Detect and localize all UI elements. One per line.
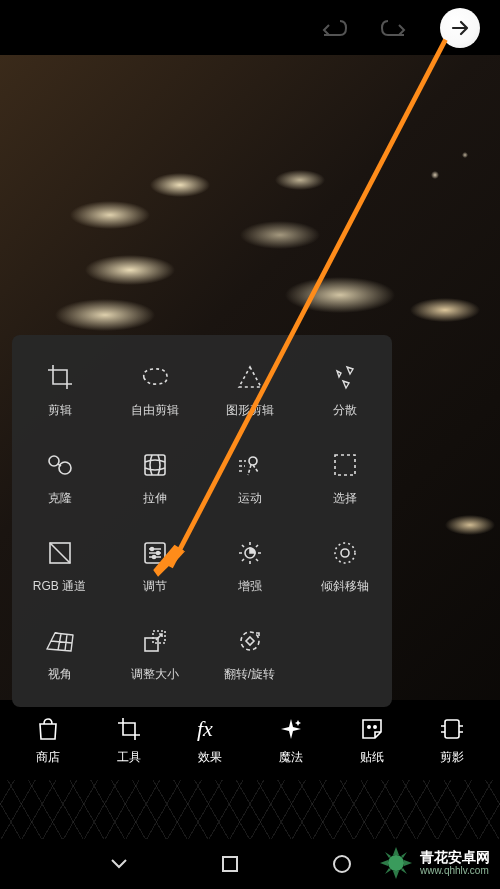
forward-button[interactable] bbox=[440, 8, 480, 48]
bottom-label: 商店 bbox=[36, 749, 60, 766]
perspective-icon bbox=[43, 624, 77, 658]
tool-label: 选择 bbox=[333, 490, 357, 507]
tool-free-crop[interactable]: 自由剪辑 bbox=[107, 345, 202, 433]
svg-text:fx: fx bbox=[197, 716, 213, 741]
tool-label: 调节 bbox=[143, 578, 167, 595]
tool-label: 倾斜移轴 bbox=[321, 578, 369, 595]
redo-button[interactable] bbox=[378, 11, 412, 45]
svg-rect-4 bbox=[335, 455, 355, 475]
scatter-icon bbox=[328, 360, 362, 394]
nav-home[interactable] bbox=[217, 851, 243, 877]
shape-crop-icon bbox=[233, 360, 267, 394]
tool-label: 克隆 bbox=[48, 490, 72, 507]
svg-rect-22 bbox=[445, 720, 459, 738]
tool-rgb[interactable]: RGB 通道 bbox=[12, 521, 107, 609]
svg-point-3 bbox=[249, 457, 257, 465]
bottom-tool[interactable]: 工具 bbox=[89, 714, 170, 766]
svg-rect-23 bbox=[223, 857, 237, 871]
tool-panel: 剪辑 自由剪辑 图形剪辑 分散 克 bbox=[12, 335, 392, 707]
circle-icon bbox=[332, 854, 352, 874]
clone-icon bbox=[43, 448, 77, 482]
svg-point-11 bbox=[341, 549, 349, 557]
nav-back[interactable] bbox=[106, 851, 132, 877]
tool-clone[interactable]: 克隆 bbox=[12, 433, 107, 521]
texture-strip bbox=[0, 780, 500, 840]
shop-icon bbox=[33, 714, 63, 744]
flip-rotate-icon bbox=[233, 624, 267, 658]
motion-icon bbox=[233, 448, 267, 482]
tool-label: 视角 bbox=[48, 666, 72, 683]
bottom-shop[interactable]: 商店 bbox=[8, 714, 89, 766]
tool-resize[interactable]: 调整大小 bbox=[107, 609, 202, 697]
resize-icon bbox=[138, 624, 172, 658]
square-icon bbox=[221, 855, 239, 873]
tool-scatter[interactable]: 分散 bbox=[297, 345, 392, 433]
tool-label: 增强 bbox=[238, 578, 262, 595]
undo-button[interactable] bbox=[316, 11, 350, 45]
tool-label: 自由剪辑 bbox=[131, 402, 179, 419]
tool-flip-rotate[interactable]: 翻转/旋转 bbox=[202, 609, 297, 697]
rgb-icon bbox=[43, 536, 77, 570]
silhouette-icon bbox=[437, 714, 467, 744]
tool-label: 分散 bbox=[333, 402, 357, 419]
svg-point-21 bbox=[373, 726, 375, 728]
fx-icon: fx bbox=[195, 714, 225, 744]
bottom-label: 贴纸 bbox=[360, 749, 384, 766]
bottom-fx[interactable]: fx 效果 bbox=[170, 714, 251, 766]
tool-tilt-shift[interactable]: 倾斜移轴 bbox=[297, 521, 392, 609]
undo-icon bbox=[318, 17, 348, 39]
tool-select[interactable]: 选择 bbox=[297, 433, 392, 521]
arrow-right-icon bbox=[450, 18, 470, 38]
tool-label: 翻转/旋转 bbox=[224, 666, 275, 683]
svg-point-7 bbox=[150, 547, 153, 550]
bottom-silhouette[interactable]: 剪影 bbox=[412, 714, 492, 766]
svg-point-25 bbox=[388, 855, 404, 871]
bottom-label: 工具 bbox=[117, 749, 141, 766]
bottom-sticker[interactable]: 贴纸 bbox=[331, 714, 412, 766]
bottom-bar: 商店 工具 fx 效果 魔法 贴纸 剪影 bbox=[0, 700, 500, 780]
svg-rect-2 bbox=[145, 455, 165, 475]
tool-perspective[interactable]: 视角 bbox=[12, 609, 107, 697]
adjust-icon bbox=[138, 536, 172, 570]
watermark-logo-icon bbox=[378, 845, 414, 881]
magic-icon bbox=[276, 714, 306, 744]
bottom-label: 剪影 bbox=[440, 749, 464, 766]
chevron-down-icon bbox=[109, 857, 129, 871]
svg-point-8 bbox=[156, 551, 159, 554]
svg-point-0 bbox=[49, 456, 59, 466]
enhance-icon bbox=[233, 536, 267, 570]
tool-label: 调整大小 bbox=[131, 666, 179, 683]
svg-point-24 bbox=[334, 856, 350, 872]
lasso-icon bbox=[138, 360, 172, 394]
tool-shape-crop[interactable]: 图形剪辑 bbox=[202, 345, 297, 433]
nav-recent[interactable] bbox=[329, 851, 355, 877]
tool-icon bbox=[114, 714, 144, 744]
tool-crop[interactable]: 剪辑 bbox=[12, 345, 107, 433]
bottom-magic[interactable]: 魔法 bbox=[250, 714, 331, 766]
svg-point-15 bbox=[241, 632, 259, 650]
svg-point-20 bbox=[367, 726, 369, 728]
tilt-shift-icon bbox=[328, 536, 362, 570]
svg-point-9 bbox=[152, 555, 155, 558]
redo-icon bbox=[380, 17, 410, 39]
sticker-icon bbox=[357, 714, 387, 744]
tool-adjust[interactable]: 调节 bbox=[107, 521, 202, 609]
tool-label: RGB 通道 bbox=[33, 578, 86, 595]
svg-point-1 bbox=[59, 462, 71, 474]
stretch-icon bbox=[138, 448, 172, 482]
tool-label: 运动 bbox=[238, 490, 262, 507]
tool-label: 拉伸 bbox=[143, 490, 167, 507]
watermark-title: 青花安卓网 bbox=[420, 850, 490, 865]
tool-motion[interactable]: 运动 bbox=[202, 433, 297, 521]
tool-enhance[interactable]: 增强 bbox=[202, 521, 297, 609]
tool-stretch[interactable]: 拉伸 bbox=[107, 433, 202, 521]
svg-point-12 bbox=[335, 543, 355, 563]
watermark: 青花安卓网 www.qhhlv.com bbox=[378, 845, 490, 881]
crop-icon bbox=[43, 360, 77, 394]
watermark-url: www.qhhlv.com bbox=[420, 865, 490, 876]
top-bar bbox=[0, 0, 500, 55]
tool-label: 图形剪辑 bbox=[226, 402, 274, 419]
tool-label: 剪辑 bbox=[48, 402, 72, 419]
bottom-label: 魔法 bbox=[279, 749, 303, 766]
select-icon bbox=[328, 448, 362, 482]
